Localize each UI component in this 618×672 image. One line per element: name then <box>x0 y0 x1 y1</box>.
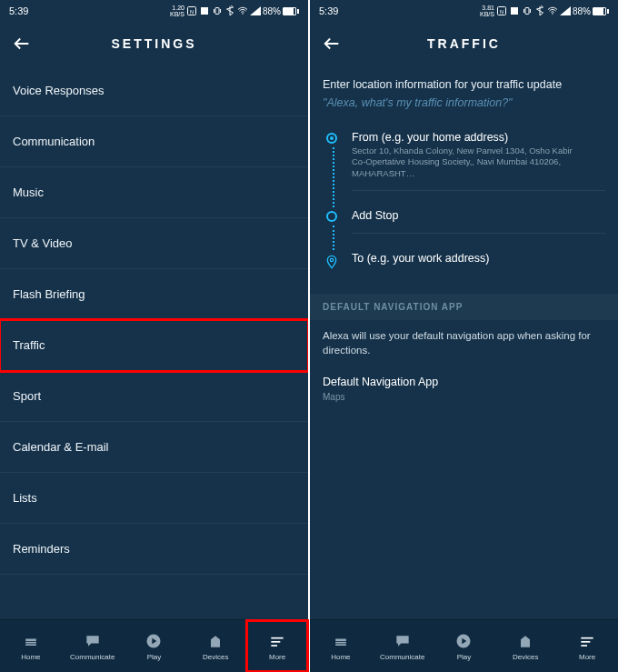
svg-rect-19 <box>335 641 346 643</box>
phone-right: 5:39 3.81KB/S N 88% TRAFFIC Enter locati… <box>310 0 618 672</box>
section-description: Alexa will use your default navigation a… <box>310 320 618 366</box>
status-bar: 5:39 3.81KB/S N 88% <box>310 0 618 22</box>
arrow-left-icon <box>12 34 32 54</box>
misc-icon <box>199 5 210 16</box>
bluetooth-icon <box>224 5 235 16</box>
hint-text: "Alexa, what's my traffic information?" <box>310 96 618 122</box>
settings-item-communication[interactable]: Communication <box>0 116 308 167</box>
svg-rect-10 <box>271 641 280 643</box>
traffic-content: Enter location information for your traf… <box>310 65 618 619</box>
default-nav-app-row[interactable]: Default Navigation App <box>310 366 618 392</box>
back-button[interactable] <box>310 22 354 65</box>
svg-rect-2 <box>201 7 208 15</box>
tab-label: More <box>579 653 595 661</box>
wifi-icon <box>237 5 248 16</box>
origin-icon <box>326 133 337 144</box>
tab-devices[interactable]: Devices <box>184 620 246 672</box>
svg-text:N: N <box>190 9 194 15</box>
from-address: Sector 10, Khanda Colony, New Panvel 130… <box>352 145 605 179</box>
tab-communicate[interactable]: Communicate <box>62 620 124 672</box>
bluetooth-icon <box>534 5 545 16</box>
back-button[interactable] <box>0 22 44 65</box>
svg-rect-23 <box>581 641 590 643</box>
status-net-rate: 1.20KB/S <box>170 5 184 17</box>
settings-item-voice-responses[interactable]: Voice Responses <box>0 65 308 116</box>
route-to-row[interactable]: To (e.g. your work address) <box>310 243 618 285</box>
settings-item-tv-video[interactable]: TV & Video <box>0 218 308 269</box>
svg-rect-5 <box>25 638 36 641</box>
svg-point-4 <box>242 13 244 15</box>
battery-icon <box>593 7 609 15</box>
tab-home[interactable]: Home <box>310 620 372 672</box>
route-from-row[interactable]: From (e.g. your home address) Sector 10,… <box>310 122 618 200</box>
tab-more[interactable]: More <box>246 620 308 672</box>
play-icon <box>454 632 473 650</box>
tab-devices[interactable]: Devices <box>494 620 556 672</box>
signal-icon <box>560 6 571 15</box>
svg-rect-3 <box>215 8 219 15</box>
svg-rect-20 <box>335 644 346 646</box>
tab-label: Play <box>147 653 162 661</box>
settings-item-music[interactable]: Music <box>0 167 308 218</box>
devices-icon <box>206 632 224 650</box>
tab-communicate[interactable]: Communicate <box>372 620 434 672</box>
more-icon <box>268 632 286 650</box>
svg-rect-14 <box>511 7 518 15</box>
tab-home[interactable]: Home <box>0 620 62 672</box>
from-label: From (e.g. your home address) <box>352 131 605 144</box>
misc-icon <box>509 5 520 16</box>
header: SETTINGS <box>0 22 308 65</box>
tab-bar: Home Communicate Play Devices More <box>0 619 308 672</box>
vibrate-icon <box>522 5 533 16</box>
tab-label: Devices <box>203 653 228 661</box>
svg-rect-18 <box>335 638 346 641</box>
svg-rect-11 <box>271 645 277 647</box>
settings-item-flash-briefing[interactable]: Flash Briefing <box>0 269 308 320</box>
status-battery-pct: 88% <box>263 6 281 16</box>
tab-label: Home <box>331 653 350 661</box>
nfc-icon: N <box>496 5 507 16</box>
instruction-text: Enter location information for your traf… <box>310 65 618 96</box>
tab-play[interactable]: Play <box>434 620 495 672</box>
destination-pin-icon <box>323 252 341 270</box>
nfc-icon: N <box>186 5 197 16</box>
status-battery-pct: 88% <box>573 6 591 16</box>
wifi-icon <box>547 5 558 16</box>
svg-text:N: N <box>500 9 503 15</box>
status-time: 5:39 <box>9 5 28 16</box>
more-icon <box>578 632 596 650</box>
chat-icon <box>84 632 102 650</box>
status-net-rate: 3.81KB/S <box>480 5 494 17</box>
settings-item-calendar-email[interactable]: Calendar & E-mail <box>0 422 308 473</box>
svg-rect-15 <box>525 8 529 15</box>
settings-item-lists[interactable]: Lists <box>0 473 308 524</box>
devices-icon <box>516 632 534 650</box>
battery-icon <box>283 7 299 15</box>
section-header-default-nav: DEFAULT NAVIGATION APP <box>310 294 618 320</box>
svg-rect-6 <box>25 641 36 643</box>
svg-rect-22 <box>581 637 593 638</box>
tab-label: Play <box>457 653 472 661</box>
header: TRAFFIC <box>310 22 618 65</box>
tab-more[interactable]: More <box>556 620 618 672</box>
tab-bar: Home Communicate Play Devices More <box>310 619 618 672</box>
settings-item-sport[interactable]: Sport <box>0 371 308 422</box>
route-connector <box>333 147 334 207</box>
tab-label: Communicate <box>380 653 424 661</box>
arrow-left-icon <box>322 34 342 54</box>
page-title: TRAFFIC <box>310 36 618 51</box>
add-stop-label: Add Stop <box>352 209 605 222</box>
stop-icon <box>326 211 337 222</box>
svg-point-16 <box>552 13 553 15</box>
settings-item-traffic[interactable]: Traffic <box>0 320 308 371</box>
tab-label: More <box>269 653 285 661</box>
route-add-stop-row[interactable]: Add Stop <box>310 200 618 243</box>
status-time: 5:39 <box>319 5 338 16</box>
svg-rect-7 <box>25 644 36 646</box>
signal-icon <box>250 6 261 15</box>
page-title: SETTINGS <box>0 36 308 51</box>
tab-play[interactable]: Play <box>124 620 185 672</box>
settings-item-reminders[interactable]: Reminders <box>0 524 308 575</box>
svg-rect-24 <box>581 645 587 647</box>
tab-label: Home <box>21 653 40 661</box>
